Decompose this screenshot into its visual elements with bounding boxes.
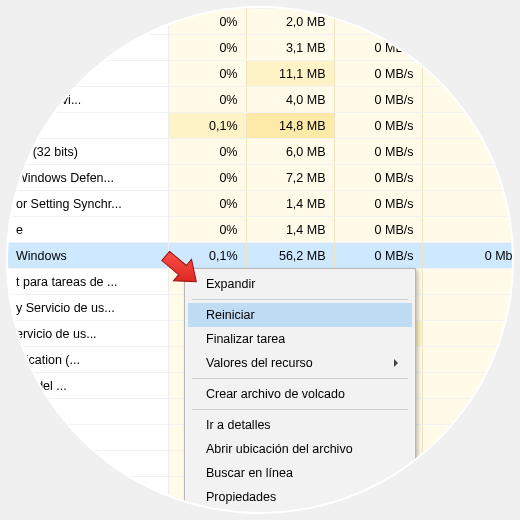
memory-cell: 1,4 MB (246, 217, 334, 243)
process-name-cell (8, 477, 168, 503)
table-row[interactable]: Windows0,1%56,2 MB0 MB/s0 Mbp (8, 243, 512, 269)
task-manager-view: 0%2,0 MB0 MB/s0%3,1 MB0 MB/s0%11,1 MB0 M… (8, 8, 512, 512)
cpu-cell: 0% (168, 217, 246, 243)
cpu-cell: 0% (168, 61, 246, 87)
menu-item-create-dump[interactable]: Crear archivo de volcado (188, 382, 412, 406)
process-name-cell: y Servicio de us... (8, 295, 168, 321)
network-cell (422, 477, 512, 503)
cpu-cell: 0% (168, 139, 246, 165)
disk-cell: 0 MB/s (334, 61, 422, 87)
menu-item-properties[interactable]: Propiedades (188, 485, 412, 509)
network-cell (422, 321, 512, 347)
memory-cell: 11,1 MB (246, 61, 334, 87)
network-cell (422, 347, 512, 373)
cpu-cell: 0% (168, 191, 246, 217)
memory-cell: 6,0 MB (246, 139, 334, 165)
network-cell (422, 295, 512, 321)
process-name-cell: plication (... (8, 347, 168, 373)
network-cell (422, 113, 512, 139)
process-name-cell (8, 61, 168, 87)
process-name-cell (8, 9, 168, 35)
process-name-cell: ve (32 bits) (8, 139, 168, 165)
network-cell (422, 425, 512, 451)
menu-item-go-to-details[interactable]: Ir a detalles (188, 413, 412, 437)
table-row[interactable]: bits)0,1%14,8 MB0 MB/s (8, 113, 512, 139)
menu-item-end-task[interactable]: Finalizar tarea (188, 327, 412, 351)
process-name-cell (8, 451, 168, 477)
table-row[interactable]: or Setting Synchr...0%1,4 MB0 MB/s (8, 191, 512, 217)
process-name-cell: ervicio de us... (8, 321, 168, 347)
cpu-cell: 0% (168, 35, 246, 61)
cpu-cell: 0% (168, 165, 246, 191)
network-cell (422, 399, 512, 425)
menu-item-expand[interactable]: Expandir (188, 272, 412, 296)
disk-cell: 0 MB/s (334, 113, 422, 139)
memory-cell: 14,8 MB (246, 113, 334, 139)
table-row[interactable]: ve (32 bits)0%6,0 MB0 MB/s (8, 139, 512, 165)
network-cell (422, 139, 512, 165)
memory-cell: 3,1 MB (246, 35, 334, 61)
network-cell (422, 165, 512, 191)
network-cell (422, 217, 512, 243)
table-row[interactable]: 0%2,0 MB0 MB/s (8, 9, 512, 35)
table-row[interactable]: Windows Defen...0%7,2 MB0 MB/s (8, 165, 512, 191)
network-cell (422, 269, 512, 295)
disk-cell: 0 MB/s (334, 139, 422, 165)
menu-item-open-location[interactable]: Abrir ubicación del archivo (188, 437, 412, 461)
disk-cell: 0 MB/s (334, 87, 422, 113)
memory-cell: 4,0 MB (246, 87, 334, 113)
memory-cell: 1,4 MB (246, 191, 334, 217)
menu-separator (192, 378, 408, 379)
table-row[interactable]: 0%3,1 MB0 MB/s (8, 35, 512, 61)
process-name-cell: e (8, 217, 168, 243)
process-name-cell: Windows (8, 243, 168, 269)
disk-cell: 0 MB/s (334, 217, 422, 243)
network-cell (422, 373, 512, 399)
network-cell (422, 61, 512, 87)
process-name-cell: Windows Defen... (8, 165, 168, 191)
cpu-cell: 0,1% (168, 113, 246, 139)
process-name-cell (8, 35, 168, 61)
menu-item-restart[interactable]: Reiniciar (188, 303, 412, 327)
process-name-cell: bits) (8, 113, 168, 139)
context-menu: Expandir Reiniciar Finalizar tarea Valor… (184, 268, 416, 512)
menu-separator (192, 299, 408, 300)
table-row[interactable]: 0%11,1 MB0 MB/s (8, 61, 512, 87)
menu-separator (192, 409, 408, 410)
table-row[interactable]: e0%1,4 MB0 MB/s (8, 217, 512, 243)
disk-cell: 0 MB/s (334, 165, 422, 191)
memory-cell: 56,2 MB (246, 243, 334, 269)
process-name-cell: tack Servi... (8, 87, 168, 113)
network-cell (422, 87, 512, 113)
disk-cell: 0 MB/s (334, 243, 422, 269)
network-cell (422, 35, 512, 61)
process-name-cell (8, 425, 168, 451)
network-cell (422, 451, 512, 477)
process-name-cell: or Setting Synchr... (8, 191, 168, 217)
cpu-cell: 0,1% (168, 243, 246, 269)
menu-item-resource-values[interactable]: Valores del recurso (188, 351, 412, 375)
memory-cell: 7,2 MB (246, 165, 334, 191)
network-cell: 0 Mbp (422, 243, 512, 269)
disk-cell: 0 MB/s (334, 35, 422, 61)
memory-cell: 2,0 MB (246, 9, 334, 35)
circular-crop: 0%2,0 MB0 MB/s0%3,1 MB0 MB/s0%11,1 MB0 M… (8, 8, 512, 512)
table-row[interactable]: tack Servi...0%4,0 MB0 MB/s (8, 87, 512, 113)
process-name-cell: t para tareas de ... (8, 269, 168, 295)
menu-item-search-online[interactable]: Buscar en línea (188, 461, 412, 485)
disk-cell: 0 MB/s (334, 9, 422, 35)
cpu-cell: 0% (168, 87, 246, 113)
network-cell (422, 9, 512, 35)
process-name-cell: tos del ... (8, 373, 168, 399)
network-cell (422, 191, 512, 217)
cpu-cell: 0% (168, 9, 246, 35)
disk-cell: 0 MB/s (334, 191, 422, 217)
process-name-cell (8, 399, 168, 425)
